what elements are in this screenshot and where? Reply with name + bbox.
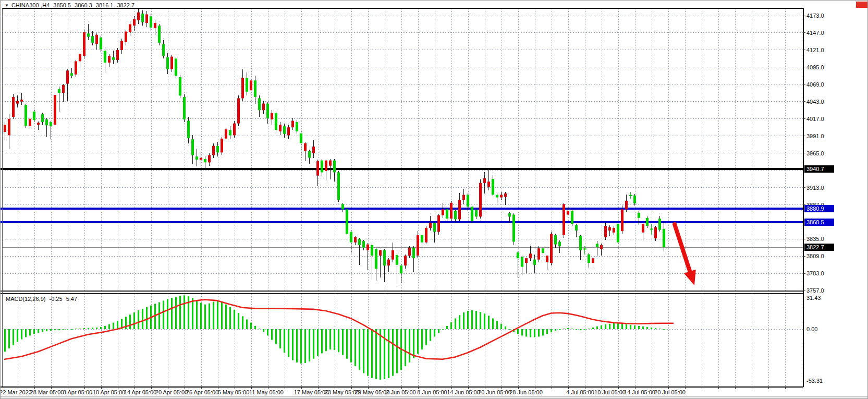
chart-canvas[interactable] bbox=[1, 1, 868, 399]
macd-histogram-bar bbox=[217, 301, 218, 329]
down-candle bbox=[383, 250, 386, 265]
macd-histogram-bar bbox=[246, 319, 248, 329]
macd-histogram-bar bbox=[259, 329, 260, 329]
macd-histogram-bar bbox=[371, 329, 373, 378]
sell-arrow-annotation[interactable] bbox=[675, 224, 690, 271]
macd-histogram-bar bbox=[421, 329, 423, 349]
macd-histogram-bar bbox=[496, 321, 498, 329]
macd-histogram-bar bbox=[434, 329, 435, 336]
macd-histogram-bar bbox=[196, 300, 198, 329]
macd-histogram-bar bbox=[313, 329, 314, 359]
macd-histogram-bar bbox=[46, 329, 47, 331]
time-axis-label: 28 Mar 05:00 bbox=[30, 389, 64, 395]
up-candle bbox=[487, 182, 490, 187]
macd-histogram-bar bbox=[325, 329, 327, 351]
time-axis-label: 20 Apr 05:00 bbox=[155, 389, 188, 395]
down-candle bbox=[454, 211, 457, 219]
time-axis-label: 10 Jul 05:00 bbox=[594, 389, 626, 395]
macd-histogram-bar bbox=[317, 329, 319, 356]
macd-histogram-bar bbox=[413, 329, 414, 358]
macd-histogram-bar bbox=[50, 329, 52, 331]
macd-histogram-bar bbox=[192, 298, 193, 329]
macd-histogram-bar bbox=[642, 327, 644, 329]
macd-histogram-bar bbox=[621, 324, 623, 329]
macd-histogram-bar bbox=[200, 303, 202, 329]
macd-histogram-bar bbox=[213, 301, 214, 329]
macd-histogram-bar bbox=[638, 326, 640, 329]
down-candle bbox=[150, 16, 152, 28]
macd-histogram-bar bbox=[167, 299, 168, 329]
down-candle bbox=[396, 255, 398, 265]
macd-histogram-bar bbox=[663, 329, 665, 330]
up-candle bbox=[450, 203, 453, 219]
sell-arrow-head[interactable] bbox=[684, 270, 696, 285]
price-tick-label: 4069.0 bbox=[806, 81, 838, 88]
down-candle bbox=[575, 225, 578, 231]
macd-histogram-bar bbox=[209, 304, 210, 329]
up-candle bbox=[437, 215, 440, 232]
down-candle bbox=[471, 207, 473, 221]
macd-histogram-bar bbox=[363, 329, 364, 373]
price-badge-3822.7: 3822.7 bbox=[804, 244, 834, 251]
down-candle bbox=[371, 245, 373, 256]
ohlc-low: 3816.1 bbox=[96, 2, 114, 8]
macd-histogram-bar bbox=[204, 305, 206, 329]
up-candle bbox=[546, 256, 548, 262]
macd-histogram-bar bbox=[79, 329, 81, 329]
macd-histogram-bar bbox=[580, 329, 581, 330]
macd-histogram-bar bbox=[175, 297, 177, 329]
time-axis-label: 14 Jun 05:00 bbox=[447, 389, 480, 395]
up-candle bbox=[79, 54, 81, 62]
macd-histogram-bar bbox=[417, 329, 419, 354]
price-tick-label: 3783.0 bbox=[806, 270, 838, 276]
down-candle bbox=[41, 114, 44, 122]
price-tick-label: 4017.0 bbox=[806, 116, 838, 122]
down-candle bbox=[638, 213, 640, 218]
macd-histogram-bar bbox=[38, 329, 39, 333]
symbol-dropdown-icon[interactable]: ▼ bbox=[5, 3, 9, 8]
price-badge-3860.5: 3860.5 bbox=[804, 219, 834, 226]
down-candle bbox=[521, 257, 523, 267]
price-tick-label: 3809.0 bbox=[806, 253, 838, 259]
doji-candle bbox=[650, 228, 653, 229]
ohlc-high: 3860.3 bbox=[75, 2, 92, 8]
up-candle bbox=[241, 78, 244, 98]
up-candle bbox=[462, 195, 465, 200]
time-axis-label: 14 Jul 05:00 bbox=[624, 389, 655, 395]
down-candle bbox=[321, 161, 323, 173]
macd-histogram-bar bbox=[542, 329, 544, 335]
macd-histogram-bar bbox=[13, 329, 14, 345]
macd-histogram-bar bbox=[530, 329, 531, 337]
macd-histogram-bar bbox=[100, 327, 102, 329]
macd-histogram-bar bbox=[292, 329, 294, 360]
down-candle bbox=[663, 229, 665, 247]
macd-histogram-bar bbox=[375, 329, 377, 379]
macd-scale-bottom: -53.31 bbox=[806, 378, 838, 384]
time-axis-label: 17 May 05:00 bbox=[294, 389, 329, 395]
macd-histogram-bar bbox=[63, 329, 64, 330]
down-candle bbox=[350, 232, 352, 242]
macd-histogram-bar bbox=[617, 323, 619, 329]
down-candle bbox=[533, 260, 536, 265]
macd-histogram-bar bbox=[442, 329, 444, 330]
down-candle bbox=[617, 224, 619, 242]
down-candle bbox=[646, 218, 649, 226]
down-candle bbox=[421, 235, 423, 243]
close-button[interactable] bbox=[856, 2, 867, 8]
up-candle bbox=[75, 61, 77, 74]
price-tick-label: 3991.0 bbox=[806, 133, 838, 139]
macd-histogram-bar bbox=[438, 329, 439, 333]
macd-histogram-bar bbox=[601, 325, 602, 329]
macd-histogram-bar bbox=[33, 329, 35, 334]
up-candle bbox=[83, 32, 85, 56]
up-candle bbox=[608, 227, 611, 231]
time-axis-label: 29 May 05:00 bbox=[355, 389, 390, 395]
macd-histogram-bar bbox=[492, 318, 494, 329]
up-candle bbox=[304, 143, 307, 151]
macd-histogram-bar bbox=[225, 305, 227, 329]
up-candle bbox=[621, 209, 624, 231]
down-candle bbox=[87, 33, 90, 37]
macd-histogram-bar bbox=[42, 329, 43, 332]
time-axis-label: 4 Jul 05:00 bbox=[566, 389, 594, 395]
down-candle bbox=[346, 209, 348, 234]
